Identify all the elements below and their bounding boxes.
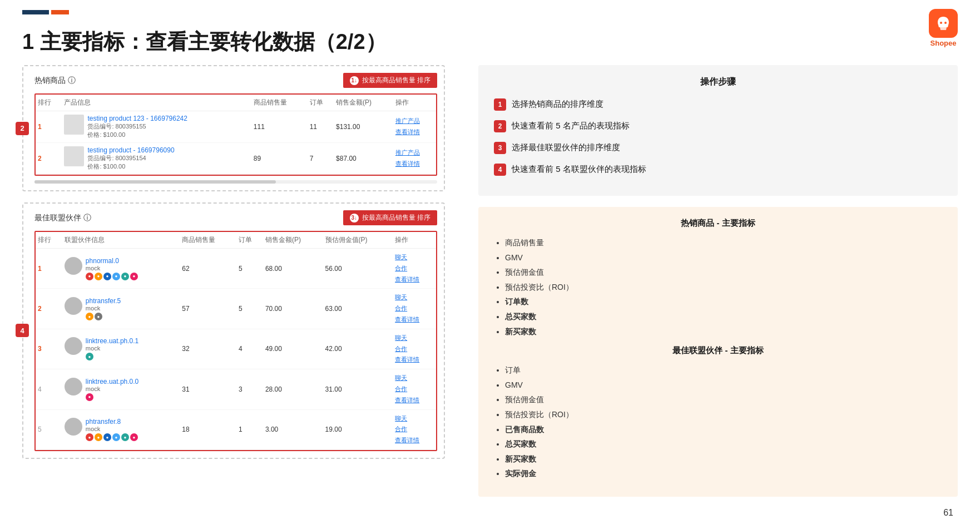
aff-amount-cell: 70.00: [263, 289, 323, 329]
detail-link[interactable]: 查看详情: [395, 127, 434, 138]
chat-link[interactable]: 聊天: [395, 413, 434, 424]
sort-num-1: 1↓: [350, 76, 359, 85]
aff-action-cell: 聊天 合作 查看详情: [393, 409, 436, 449]
table-row: 4 linktree.uat.ph.0.0 mock ● 31 3 28.00 …: [36, 369, 436, 409]
blue-platform-icon: ●: [103, 433, 111, 441]
aff-detail-link[interactable]: 查看详情: [395, 395, 434, 406]
aff-commission-cell: 31.00: [323, 369, 393, 409]
rank-cell: 2: [36, 143, 62, 175]
step-num-badge: 2: [494, 120, 506, 132]
main-layout: 2 热销商品 ⓘ 1↓ 按最高商品销售量 排序 排行 产品信息 商品销售量 订单: [0, 65, 980, 497]
orange-platform-icon: ●: [95, 273, 102, 280]
shopee-icon: [929, 9, 958, 38]
left-panel: 2 热销商品 ⓘ 1↓ 按最高商品销售量 排序 排行 产品信息 商品销售量 订单: [22, 65, 445, 497]
hot-products-title: 热销商品 ⓘ: [34, 76, 76, 86]
step-num-badge: 4: [494, 164, 506, 176]
product-info-cell: testing product 123 - 1669796242 货品编号: 8…: [62, 111, 251, 143]
aff-info-cell: linktree.uat.ph.0.0 mock ●: [62, 369, 180, 409]
collab-link[interactable]: 合作: [395, 263, 434, 274]
affiliates-section: 4 最佳联盟伙伴 ⓘ 3↓ 按最高商品销售量 排序 排行 联盟伙伴信息 商品销售…: [22, 202, 445, 459]
chat-link[interactable]: 聊天: [395, 292, 434, 303]
promote-link[interactable]: 推广产品: [395, 116, 434, 127]
step-text: 快速查看前 5 名联盟伙伴的表现指标: [512, 163, 646, 176]
list-item: 商品销售量: [505, 235, 942, 250]
hot-products-sort-button[interactable]: 1↓ 按最高商品销售量 排序: [343, 73, 437, 88]
collab-link[interactable]: 合作: [395, 303, 434, 314]
table-row: 1 testing product 123 - 1669796242 货品编号:…: [36, 111, 436, 143]
orange-platform-icon: ●: [95, 433, 102, 441]
top-bar: [0, 0, 980, 14]
collab-link[interactable]: 合作: [395, 384, 434, 395]
aff-amount-cell: 28.00: [263, 369, 323, 409]
chat-link[interactable]: 聊天: [395, 252, 434, 263]
product-thumbnail: [64, 146, 84, 166]
aff-orders-cell: 4: [236, 329, 263, 369]
list-item: 总买家数: [505, 309, 942, 324]
aff-detail-link[interactable]: 查看详情: [395, 274, 434, 285]
col-sales: 商品销售量: [251, 95, 308, 111]
rank-cell: 1: [36, 111, 62, 143]
aff-col-action: 操作: [393, 232, 436, 249]
hot-products-sort-label: 按最高商品销售量 排序: [362, 76, 430, 85]
product-price: 价格: $100.00: [87, 131, 187, 139]
avatar: [65, 297, 82, 315]
step-item: 4 快速查看前 5 名联盟伙伴的表现指标: [494, 163, 942, 176]
affiliate-name: phtransfer.8: [86, 418, 138, 426]
collab-link[interactable]: 合作: [395, 344, 434, 355]
list-item: 订单数: [505, 294, 942, 309]
promote-link[interactable]: 推广产品: [395, 147, 434, 159]
aff-detail-link[interactable]: 查看详情: [395, 314, 434, 325]
scrollbar-thumb: [34, 180, 276, 184]
chat-link[interactable]: 聊天: [395, 373, 434, 384]
step-badge-4: 4: [16, 324, 29, 337]
aff-info-cell: phtransfer.8 mock ●●●●●●: [62, 409, 180, 449]
scrollbar[interactable]: [34, 180, 437, 184]
product-item-id: 货品编号: 800395155: [87, 122, 187, 131]
pink-platform-icon: ●: [130, 433, 138, 441]
product-name: testing product 123 - 1669796242: [87, 115, 187, 122]
hot-products-section: 2 热销商品 ⓘ 1↓ 按最高商品销售量 排序 排行 产品信息 商品销售量 订单: [22, 65, 445, 191]
aff-rank-cell: 1: [36, 249, 62, 289]
hot-products-table-wrapper: 排行 产品信息 商品销售量 订单 销售金额(P) 操作 1: [34, 93, 437, 176]
aff-sales-cell: 32: [180, 329, 236, 369]
step-text: 选择热销商品的排序维度: [512, 98, 603, 111]
red-platform-icon: ●: [86, 433, 93, 441]
affiliate-name: phnormal.0: [86, 257, 138, 265]
product-name: testing product - 1669796090: [87, 146, 174, 154]
page-number: 61: [943, 508, 953, 518]
aff-metrics-title: 最佳联盟伙伴 - 主要指标: [494, 345, 942, 356]
amount-cell: $131.00: [334, 111, 393, 143]
affiliate-sub: mock: [86, 265, 138, 271]
info-box: 热销商品 - 主要指标 商品销售量GMV预估佣金值预估投资比（ROI）订单数总买…: [478, 207, 958, 497]
aff-detail-link[interactable]: 查看详情: [395, 354, 434, 365]
collab-link[interactable]: 合作: [395, 424, 434, 435]
aff-amount-cell: 68.00: [263, 249, 323, 289]
col-amount: 销售金额(P): [334, 95, 393, 111]
list-item: GMV: [505, 250, 942, 265]
affiliates-table: 排行 联盟伙伴信息 商品销售量 订单 销售金额(P) 预估佣金值(P) 操作 1: [36, 232, 436, 450]
affiliates-sort-button[interactable]: 3↓ 按最高商品销售量 排序: [343, 210, 437, 225]
aff-metrics-list: 订单GMV预估佣金值预估投资比（ROI）已售商品数总买家数新买家数实际佣金: [494, 363, 942, 481]
aff-sales-cell: 18: [180, 409, 236, 449]
hot-products-header: 热销商品 ⓘ 1↓ 按最高商品销售量 排序: [34, 73, 437, 88]
product-item-id: 货品编号: 800395154: [87, 154, 174, 162]
avatar: [65, 337, 82, 355]
table-row: 1 phnormal.0 mock ●●●●●● 62 5 68.00 56.0…: [36, 249, 436, 289]
detail-link[interactable]: 查看详情: [395, 159, 434, 170]
sales-cell: 111: [251, 111, 308, 143]
avatar: [65, 257, 82, 275]
action-cell: 推广产品 查看详情: [393, 143, 436, 175]
aff-rank-cell: 5: [36, 409, 62, 449]
aff-detail-link[interactable]: 查看详情: [395, 435, 434, 446]
shopee-text: Shopee: [930, 39, 957, 47]
aff-amount-cell: 49.00: [263, 329, 323, 369]
action-cell: 推广产品 查看详情: [393, 111, 436, 143]
table-row: 5 phtransfer.8 mock ●●●●●● 18 1 3.00 19.…: [36, 409, 436, 449]
chat-link[interactable]: 聊天: [395, 333, 434, 344]
blue-platform-icon: ●: [103, 273, 111, 280]
aff-amount-cell: 3.00: [263, 409, 323, 449]
list-item: 预估佣金值: [505, 265, 942, 280]
steps-box: 操作步骤 1 选择热销商品的排序维度 2 快速查看前 5 名产品的表现指标 3 …: [478, 65, 958, 196]
platform-icons: ●●●●●●: [86, 433, 138, 441]
aff-sales-cell: 57: [180, 289, 236, 329]
